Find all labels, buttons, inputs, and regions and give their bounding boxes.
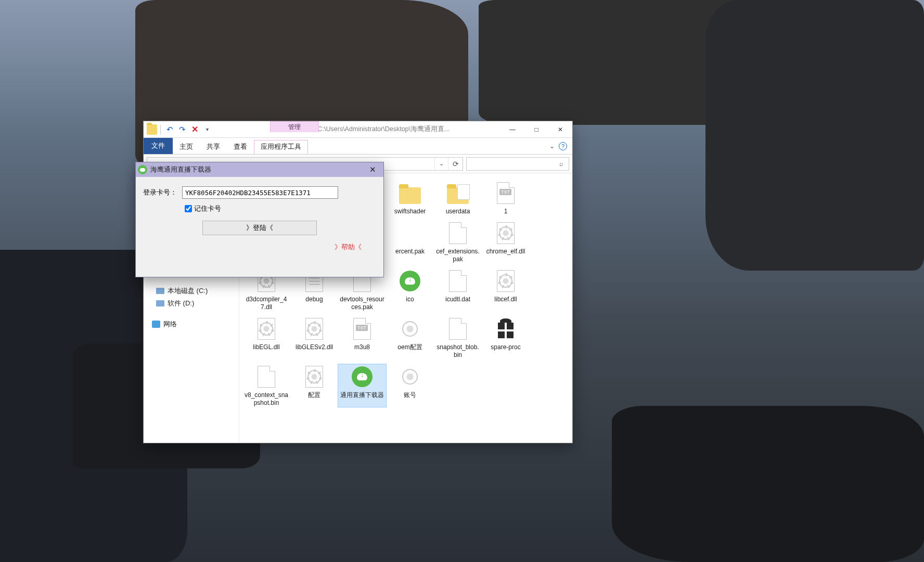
tab-file[interactable]: 文件 xyxy=(144,138,173,154)
gear-icon xyxy=(397,316,422,341)
file-item-label: userdata xyxy=(445,208,471,215)
app-icon xyxy=(397,269,422,293)
file-item[interactable]: oem配置 xyxy=(386,316,434,359)
txt-icon xyxy=(493,181,518,206)
file-item[interactable]: 配置 xyxy=(290,364,338,407)
contextual-tab-header: 管理 xyxy=(270,121,319,132)
minimize-button[interactable]: — xyxy=(500,121,524,137)
tab-view[interactable]: 查看 xyxy=(227,140,254,154)
folder-docs-icon xyxy=(445,181,470,206)
file-item[interactable]: libEGL.dll xyxy=(242,316,290,359)
file-item[interactable]: cef_extensions.pak xyxy=(434,221,482,263)
app-folder-icon xyxy=(147,124,157,135)
navtree-drive-d[interactable]: 软件 (D:) xyxy=(144,297,239,310)
file-item[interactable]: icudtl.dat xyxy=(434,269,482,311)
file-item[interactable]: spare-proc xyxy=(482,316,530,359)
file-item[interactable]: v8_context_snapshot.bin xyxy=(242,364,290,407)
help-link[interactable]: 》帮助《 xyxy=(335,243,362,251)
dialog-title: 海鹰通用直播下载器 xyxy=(150,165,364,174)
qat-more-button[interactable]: ▾ xyxy=(201,123,213,136)
dll-icon xyxy=(302,364,327,389)
file-icon xyxy=(254,364,279,389)
search-box[interactable]: ⌕ xyxy=(466,157,569,171)
redo-button[interactable]: ↷ xyxy=(176,123,188,136)
file-item-label: libGLESv2.dll xyxy=(294,343,334,351)
contextual-spacer xyxy=(216,121,267,137)
login-button[interactable]: 》登陆《 xyxy=(202,221,317,235)
file-icon xyxy=(445,269,470,293)
file-item-label: swiftshader xyxy=(393,208,427,215)
file-item-label: libEGL.dll xyxy=(252,343,280,351)
card-number-input[interactable] xyxy=(182,186,338,199)
dll-icon xyxy=(493,269,518,293)
file-item-label: 通用直播下载器 xyxy=(339,391,385,399)
remember-card-label: 记住卡号 xyxy=(194,204,221,213)
file-item-label: d3dcompiler_47.dll xyxy=(242,296,290,311)
address-dropdown-button[interactable]: ⌄ xyxy=(434,158,448,170)
file-item[interactable]: 1 xyxy=(482,181,530,215)
dialog-close-button[interactable]: ✕ xyxy=(364,162,381,177)
file-item-label: icudtl.dat xyxy=(444,296,471,303)
file-item-label: ercent.pak xyxy=(394,248,426,256)
app-cloud-icon xyxy=(138,165,147,174)
separator xyxy=(160,125,161,134)
file-item-label: debug xyxy=(304,296,324,303)
search-icon[interactable]: ⌕ xyxy=(554,160,569,168)
refresh-button[interactable]: ⟳ xyxy=(448,158,463,170)
window-controls: — □ ✕ xyxy=(500,121,572,137)
folder-icon xyxy=(397,181,422,206)
file-item-label: snapshot_blob.bin xyxy=(434,343,482,359)
dll-icon xyxy=(493,221,518,246)
file-item-label: cef_extensions.pak xyxy=(434,248,482,263)
file-item-label: 账号 xyxy=(403,391,417,399)
file-item-label: oem配置 xyxy=(396,343,423,351)
file-item[interactable]: ico xyxy=(386,269,434,311)
txt-icon xyxy=(350,316,375,341)
maximize-button[interactable]: □ xyxy=(524,121,548,137)
file-item-label: libcef.dll xyxy=(493,296,518,303)
network-icon xyxy=(152,321,160,328)
file-item[interactable]: snapshot_blob.bin xyxy=(434,316,482,359)
close-button[interactable]: ✕ xyxy=(548,121,572,137)
file-item[interactable]: m3u8 xyxy=(338,316,386,359)
dll-icon xyxy=(302,316,327,341)
navtree-network[interactable]: 网络 xyxy=(144,318,239,330)
file-item[interactable]: swiftshader xyxy=(386,181,434,215)
navtree-label: 软件 (D:) xyxy=(168,299,194,308)
dialog-titlebar[interactable]: 海鹰通用直播下载器 ✕ xyxy=(136,162,383,177)
file-item[interactable]: 账号 xyxy=(386,364,434,407)
navtree-label: 网络 xyxy=(163,320,177,329)
file-icon xyxy=(445,316,470,341)
remember-card-checkbox[interactable] xyxy=(185,205,192,212)
login-dialog: 海鹰通用直播下载器 ✕ 登录卡号： 记住卡号 》登陆《 》帮助《 xyxy=(135,162,384,277)
undo-button[interactable]: ↶ xyxy=(164,123,175,136)
titlebar[interactable]: ↶ ↷ ✕ ▾ C:\Users\Administrator\Desktop\海… xyxy=(144,121,572,138)
file-item-label: ico xyxy=(405,296,415,303)
quick-access-toolbar: ↶ ↷ ✕ ▾ xyxy=(144,121,216,137)
help-button[interactable]: ? xyxy=(559,142,567,150)
navtree-label: 本地磁盘 (C:) xyxy=(168,286,208,296)
gift-icon xyxy=(493,316,518,341)
delete-button[interactable]: ✕ xyxy=(189,123,200,136)
navtree-drive-c[interactable]: 本地磁盘 (C:) xyxy=(144,285,239,297)
gear-icon xyxy=(397,364,422,389)
file-item-label: chrome_elf.dll xyxy=(485,248,527,256)
file-item[interactable]: libGLESv2.dll xyxy=(290,316,338,359)
tab-share[interactable]: 共享 xyxy=(200,140,227,154)
file-item[interactable]: 通用直播下载器 xyxy=(338,364,386,407)
search-input[interactable] xyxy=(467,160,554,168)
file-item-label: 1 xyxy=(503,208,509,215)
tab-app-tools[interactable]: 应用程序工具 xyxy=(254,140,308,154)
file-item[interactable]: libcef.dll xyxy=(482,269,530,311)
ribbon-expand-button[interactable]: ⌄ xyxy=(549,143,555,150)
file-item-label: 配置 xyxy=(307,391,322,399)
drive-icon xyxy=(156,288,164,294)
file-item-label: devtools_resources.pak xyxy=(338,296,386,311)
app-icon xyxy=(350,364,375,389)
file-item[interactable]: ercent.pak xyxy=(386,221,434,263)
tab-home[interactable]: 主页 xyxy=(173,140,200,154)
file-item[interactable]: chrome_elf.dll xyxy=(482,221,530,263)
file-icon xyxy=(445,221,470,246)
file-item[interactable]: userdata xyxy=(434,181,482,215)
file-item-label: spare-proc xyxy=(490,343,521,351)
